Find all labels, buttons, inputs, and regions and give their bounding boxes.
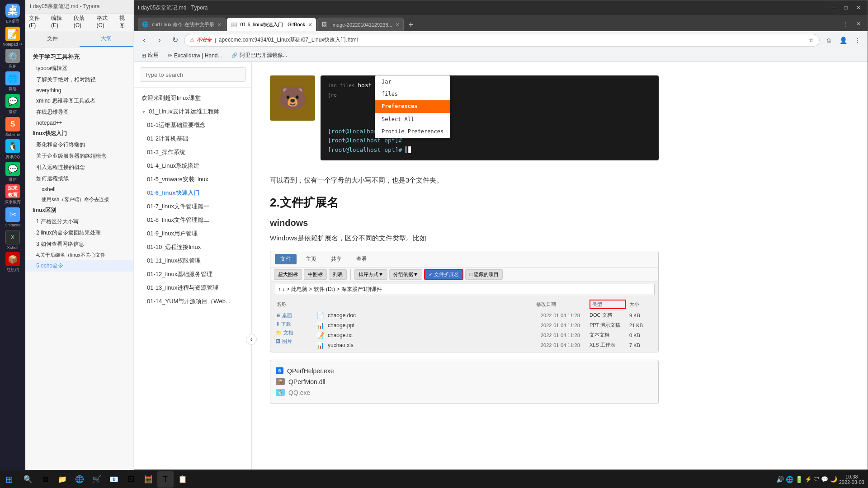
ctx-item-profile[interactable]: Profile Preferences bbox=[375, 126, 450, 138]
taskbar-icon-notepad[interactable]: 📝 Notepad++ bbox=[2, 26, 23, 47]
typora-menu[interactable]: 文件(F) 编辑(E) 段落(O) 格式(O) 视图 bbox=[25, 14, 133, 31]
taskbar-mail[interactable]: 📧 bbox=[106, 471, 122, 488]
explorer-tab-home[interactable]: 主页 bbox=[300, 254, 322, 264]
gitbook-search-input[interactable] bbox=[140, 67, 246, 82]
gitbook-item-chapter01[interactable]: ▼ 01_Linux云计算运维工程师 bbox=[134, 105, 251, 118]
gitbook-item-welcome[interactable]: 欢迎来到超哥linux课堂 bbox=[134, 91, 251, 105]
tab-bar-close[interactable]: ✕ bbox=[853, 19, 864, 29]
toc-item-howremote[interactable]: 如何远程接续 bbox=[25, 173, 133, 184]
toc-item-enterprise[interactable]: 关于企业级服务器的终端概念 bbox=[25, 150, 133, 162]
gitbook-item-01-5[interactable]: 01-5_vmware安装Linux bbox=[134, 173, 251, 186]
toc-item-linux[interactable]: linux快速入门 bbox=[25, 128, 133, 139]
sec-min-btn[interactable]: ─ bbox=[828, 2, 839, 13]
gitbook-item-01-7[interactable]: 01-7_linux文件管理篇一 bbox=[134, 200, 251, 213]
taskbar-store[interactable]: 🛒 bbox=[89, 471, 105, 488]
gitbook-item-01-8[interactable]: 01-8_linux文件管理篇二 bbox=[134, 213, 251, 227]
taskbar-explorer[interactable]: 📁 bbox=[54, 471, 71, 488]
bookmark-star[interactable]: ☆ bbox=[809, 37, 814, 43]
ctx-item-jar[interactable]: Jar bbox=[375, 76, 450, 88]
taskbar-icon-xshell[interactable]: X Xshell bbox=[2, 230, 23, 250]
tab-image[interactable]: 🖼 image-202201041129238... ✕ bbox=[317, 18, 404, 31]
refresh-button[interactable]: ↻ bbox=[169, 34, 181, 47]
toc-item-remote[interactable]: 引入远程连接的概念 bbox=[25, 162, 133, 173]
sidebar-collapse-button[interactable]: ‹ bbox=[246, 334, 257, 345]
quick-docs[interactable]: 📁 文档 bbox=[276, 329, 308, 336]
taskbar-typora[interactable]: T bbox=[157, 471, 174, 488]
tab-close-gitbook[interactable]: ✕ bbox=[308, 22, 312, 28]
toc-item-ssh[interactable]: 使用ssh（客户端）命令去连接 bbox=[25, 194, 133, 205]
ribbon-btn-large[interactable]: 超大图标 bbox=[274, 269, 302, 280]
ribbon-btn-group[interactable]: 分组依据▼ bbox=[389, 269, 422, 280]
address-bar[interactable]: ⚠ 不安全 | apecome.com:9494/01_Linux基础/07_L… bbox=[184, 34, 820, 47]
ribbon-btn-medium[interactable]: 中图标 bbox=[304, 269, 327, 280]
quick-pics[interactable]: 🖼 图片 bbox=[276, 338, 308, 345]
menu-format[interactable]: 格式(O) bbox=[97, 14, 114, 30]
explorer-address-bar[interactable]: ↑ ↓ > 此电脑 > 软件 (D:) > 深来股产1期课件 bbox=[274, 284, 655, 295]
taskbar-edge[interactable]: 🌐 bbox=[71, 471, 88, 488]
toc-item-mindmap[interactable]: 在线思维导图 bbox=[25, 107, 133, 118]
share-button[interactable]: ⎙ bbox=[822, 34, 835, 47]
menu-file[interactable]: 文件(F) bbox=[29, 14, 46, 30]
ribbon-btn-list[interactable]: 列表 bbox=[329, 269, 347, 280]
explorer-tab-view[interactable]: 查看 bbox=[351, 254, 373, 264]
toc-item-everything[interactable]: everything bbox=[25, 85, 133, 95]
typora-tab-outline[interactable]: 大纲 bbox=[80, 31, 134, 47]
tab-close-curl[interactable]: ✕ bbox=[217, 22, 222, 28]
gitbook-item-01-11[interactable]: 01-11_linux权限管理 bbox=[134, 254, 251, 267]
sec-close-btn[interactable]: ✕ bbox=[853, 2, 864, 13]
taskbar-search[interactable]: 🔍 bbox=[20, 471, 36, 488]
typora-tab-files[interactable]: 文件 bbox=[25, 31, 80, 47]
gitbook-item-01-13[interactable]: 01-13_linux进程与资源管理 bbox=[134, 281, 251, 295]
taskbar-icon-ev-desktop[interactable]: 桌 EV桌面 bbox=[2, 4, 23, 24]
ctx-item-files[interactable]: files bbox=[375, 88, 450, 100]
taskbar-time[interactable]: 10:38 2022-03-03 bbox=[839, 474, 864, 485]
quick-desktop[interactable]: 🖥 桌面 bbox=[276, 312, 308, 319]
taskbar-icon-edu[interactable]: 深来教育 深来教育 bbox=[2, 184, 23, 205]
toc-item-xmind[interactable]: xmind 思维导图工具或者 bbox=[25, 95, 133, 107]
tab-bar-min[interactable]: ⋮ bbox=[840, 19, 851, 29]
quick-download[interactable]: ⬇ 下载 bbox=[276, 321, 308, 328]
taskbar-icon-wechat[interactable]: 💬 微信 bbox=[2, 94, 23, 115]
toc-item-typora[interactable]: typora编辑器 bbox=[25, 63, 133, 74]
gitbook-item-01-4[interactable]: 01-4_Linux系统搭建 bbox=[134, 159, 251, 173]
gitbook-item-01-6[interactable]: 01-6_linux快速入门 bbox=[134, 186, 251, 200]
toc-item-diff[interactable]: linux区别 bbox=[25, 205, 133, 216]
taskbar-icon-snipaste[interactable]: ✂ Snipaste bbox=[2, 207, 23, 228]
explorer-tab-file[interactable]: 文件 bbox=[275, 254, 297, 264]
menu-edit[interactable]: 编辑(E) bbox=[51, 14, 68, 30]
taskbar-app2[interactable]: 📋 bbox=[175, 471, 191, 488]
menu-button[interactable]: ⋮ bbox=[851, 34, 864, 47]
toc-item-xshell[interactable]: xshell bbox=[25, 184, 133, 194]
toc-item-network[interactable]: 3.如何查看网络信息 bbox=[25, 239, 133, 250]
gitbook-item-01-3[interactable]: 01-3_操作系统 bbox=[134, 145, 251, 159]
tab-curl[interactable]: 🌐 curl linux 命令 在线中文手册 ✕ bbox=[138, 18, 226, 31]
sec-max-btn[interactable]: □ bbox=[840, 2, 851, 13]
gitbook-item-01-10[interactable]: 01-10_远程连接linux bbox=[134, 240, 251, 254]
forward-button[interactable]: › bbox=[153, 34, 166, 47]
bookmark-alibaba[interactable]: 🔗 阿里巴巴开源镜像... bbox=[228, 51, 291, 61]
taskbar-view[interactable]: ⊠ bbox=[37, 471, 53, 488]
ctx-item-select-all[interactable]: Select All bbox=[375, 113, 450, 126]
taskbar-calc[interactable]: 🧮 bbox=[140, 471, 156, 488]
bookmark-apps[interactable]: ⊞ 应用 bbox=[138, 51, 162, 61]
taskbar-icon-apps[interactable]: ⚙️ 应用 bbox=[2, 49, 23, 70]
gitbook-item-01-12[interactable]: 01-12_linux基础服务管理 bbox=[134, 267, 251, 281]
start-button[interactable]: ⊞ bbox=[0, 470, 18, 488]
taskbar-photos[interactable]: 🖼 bbox=[123, 471, 139, 488]
toc-item-case[interactable]: 1.严格区分大小写 bbox=[25, 216, 133, 227]
tab-add-button[interactable]: + bbox=[405, 19, 417, 31]
gitbook-item-01-1[interactable]: 01-1运维基础重要概念 bbox=[134, 118, 251, 132]
menu-view[interactable]: 视图 bbox=[119, 14, 130, 30]
back-button[interactable]: ‹ bbox=[138, 34, 151, 47]
ctx-item-preferences[interactable]: Preferences bbox=[375, 100, 450, 113]
toc-item-echo[interactable]: 5.echo命令 bbox=[25, 260, 133, 272]
ribbon-btn-ext[interactable]: ✓ 文件扩展名 bbox=[424, 269, 463, 280]
toc-item-about[interactable]: 关于学习工具补充 bbox=[25, 51, 133, 63]
taskbar-icon-rar[interactable]: 📦 红机鸡 bbox=[2, 252, 23, 273]
profile-button[interactable]: 👤 bbox=[837, 34, 849, 47]
gitbook-item-01-9[interactable]: 01-9_linux用户管理 bbox=[134, 227, 251, 240]
toc-item-path[interactable]: 了解关于绝对，相对路径 bbox=[25, 74, 133, 85]
gitbook-item-01-2[interactable]: 01-2计算机基础 bbox=[134, 132, 251, 145]
toc-item-gui[interactable]: 形化和命令行终端的 bbox=[25, 139, 133, 150]
menu-paragraph[interactable]: 段落(O) bbox=[74, 14, 91, 30]
